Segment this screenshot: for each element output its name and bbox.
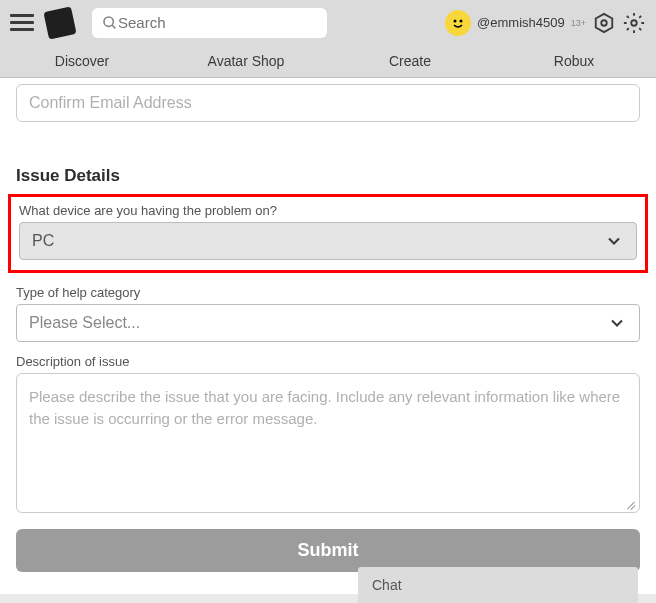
age-badge: 13+ <box>571 18 586 28</box>
highlighted-field: What device are you having the problem o… <box>8 194 648 273</box>
roblox-logo-icon[interactable] <box>43 6 76 39</box>
settings-gear-icon[interactable] <box>622 11 646 35</box>
username-label[interactable]: @emmish4509 <box>477 15 565 30</box>
svg-point-5 <box>601 20 607 26</box>
chat-tab[interactable]: Chat <box>358 567 638 603</box>
svg-line-1 <box>112 25 115 28</box>
svg-point-6 <box>631 20 637 26</box>
submit-button[interactable]: Submit <box>16 529 640 572</box>
description-textarea[interactable]: Please describe the issue that you are f… <box>16 373 640 513</box>
nav-create[interactable]: Create <box>328 53 492 69</box>
device-value: PC <box>32 232 54 250</box>
section-title-issue-details: Issue Details <box>16 166 640 186</box>
nav-robux[interactable]: Robux <box>492 53 656 69</box>
main-nav: Discover Avatar Shop Create Robux <box>0 45 656 78</box>
device-label: What device are you having the problem o… <box>19 203 637 218</box>
nav-discover[interactable]: Discover <box>0 53 164 69</box>
chevron-down-icon <box>607 313 627 333</box>
avatar[interactable] <box>445 10 471 36</box>
hamburger-menu-icon[interactable] <box>10 14 34 31</box>
resize-handle-icon[interactable] <box>626 499 636 509</box>
category-select[interactable]: Please Select... <box>16 304 640 342</box>
chevron-down-icon <box>604 231 624 251</box>
search-input[interactable] <box>118 14 317 31</box>
category-value: Please Select... <box>29 314 140 332</box>
svg-marker-4 <box>596 13 613 31</box>
device-select[interactable]: PC <box>19 222 637 260</box>
top-header: @emmish4509 13+ <box>0 0 656 45</box>
svg-point-2 <box>454 19 457 22</box>
description-label: Description of issue <box>16 354 640 369</box>
nav-avatar-shop[interactable]: Avatar Shop <box>164 53 328 69</box>
search-icon <box>102 15 118 31</box>
description-placeholder: Please describe the issue that you are f… <box>29 388 620 427</box>
category-label: Type of help category <box>16 285 640 300</box>
svg-point-0 <box>104 17 113 26</box>
confirm-email-field[interactable]: Confirm Email Address <box>16 84 640 122</box>
svg-point-3 <box>460 19 463 22</box>
search-field[interactable] <box>92 8 327 38</box>
robux-icon[interactable] <box>592 11 616 35</box>
